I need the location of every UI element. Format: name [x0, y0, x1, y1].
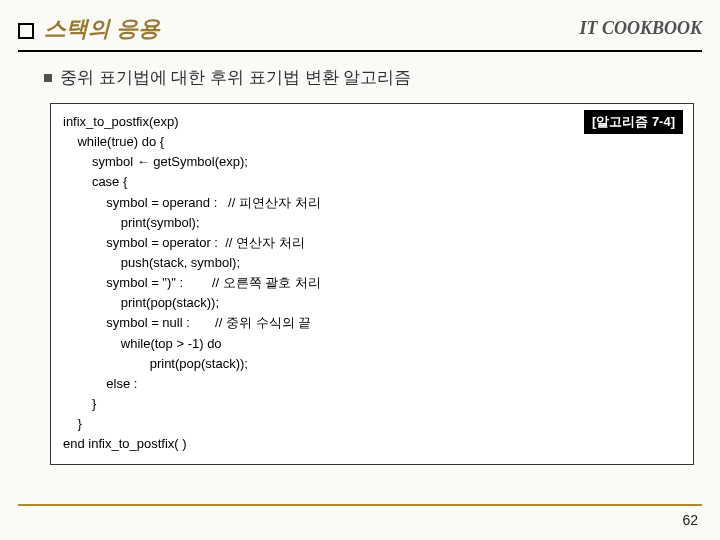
code-line: } — [63, 414, 681, 434]
code-line: symbol = ")" : // 오른쪽 괄호 처리 — [63, 273, 681, 293]
brand-label: IT COOKBOOK — [579, 18, 702, 39]
code-line: else : — [63, 374, 681, 394]
subheading-row: 중위 표기법에 대한 후위 표기법 변환 알고리즘 — [44, 66, 702, 89]
code-line: while(true) do { — [63, 132, 681, 152]
code-line: symbol = null : // 중위 수식의 끝 — [63, 313, 681, 333]
code-line: symbol = operator : // 연산자 처리 — [63, 233, 681, 253]
code-line: end infix_to_postfix( ) — [63, 434, 681, 454]
footer-divider — [18, 504, 702, 506]
algorithm-box: [알고리즘 7-4] infix_to_postfix(exp) while(t… — [50, 103, 694, 465]
code-line: print(symbol); — [63, 213, 681, 233]
title-row: 스택의 응용 IT COOKBOOK — [18, 14, 702, 44]
code-line: symbol ← getSymbol(exp); — [63, 152, 681, 172]
page-number: 62 — [682, 512, 698, 528]
code-line: print(pop(stack)); — [63, 354, 681, 374]
title-left: 스택의 응용 — [18, 14, 160, 44]
title-divider — [18, 50, 702, 52]
algorithm-badge: [알고리즘 7-4] — [584, 110, 683, 134]
square-bullet-icon — [18, 23, 34, 39]
code-line: push(stack, symbol); — [63, 253, 681, 273]
code-line: case { — [63, 172, 681, 192]
code-line: print(pop(stack)); — [63, 293, 681, 313]
subheading: 중위 표기법에 대한 후위 표기법 변환 알고리즘 — [60, 66, 411, 89]
code-line: symbol = operand : // 피연산자 처리 — [63, 193, 681, 213]
code-line: } — [63, 394, 681, 414]
main-title: 스택의 응용 — [44, 14, 160, 44]
code-line: while(top > -1) do — [63, 334, 681, 354]
small-square-bullet-icon — [44, 74, 52, 82]
